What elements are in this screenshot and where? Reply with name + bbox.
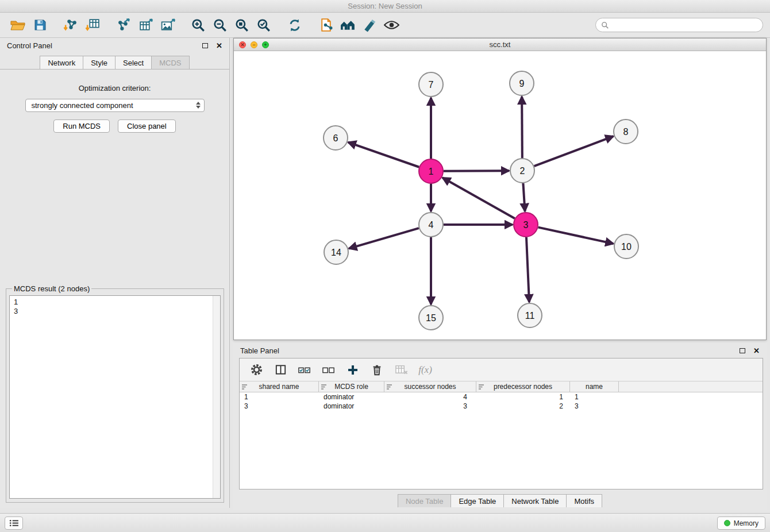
tab-node-table[interactable]: Node Table	[398, 494, 452, 507]
zoom-in-icon[interactable]	[187, 16, 209, 35]
import-network-icon[interactable]	[60, 16, 82, 35]
column-header-mcds-role[interactable]: MCDS role	[319, 381, 384, 392]
column-menu-icon[interactable]	[387, 384, 392, 390]
cell-shared-name[interactable]: 3	[240, 402, 319, 411]
edge-1-to-2[interactable]	[444, 171, 509, 171]
search-input[interactable]	[612, 21, 757, 29]
optimization-criterion-label: Optimization criterion:	[0, 84, 229, 92]
cell-predecessor-nodes[interactable]: 2	[476, 402, 570, 411]
edge-3-to-1[interactable]	[442, 178, 515, 218]
import-table-icon[interactable]	[82, 16, 103, 35]
show-columns-icon[interactable]	[271, 361, 290, 379]
table-panel-title: Table Panel	[240, 346, 279, 355]
node-6[interactable]: 6	[324, 126, 348, 150]
float-panel-icon[interactable]	[202, 43, 208, 48]
node-label: 15	[426, 313, 436, 323]
cell-successor-nodes[interactable]: 3	[384, 402, 476, 411]
node-label: 11	[525, 311, 535, 321]
zoom-out-icon[interactable]	[209, 16, 231, 35]
column-header-successor-nodes[interactable]: successor nodes	[384, 381, 476, 392]
maximize-window-icon[interactable]: +	[262, 41, 269, 48]
table-settings-gear-icon[interactable]	[247, 361, 266, 379]
close-table-panel-icon[interactable]: ✕	[753, 347, 760, 354]
node-2[interactable]: 2	[510, 159, 534, 183]
edge-2-to-3[interactable]	[523, 183, 525, 211]
select-all-columns-icon[interactable]	[295, 361, 314, 379]
column-header-name[interactable]: name	[570, 381, 619, 392]
tab-motifs[interactable]: Motifs	[567, 494, 602, 507]
edge-4-to-14[interactable]	[349, 228, 419, 248]
cell-name[interactable]: 1	[570, 392, 619, 402]
houses-icon[interactable]	[337, 16, 359, 35]
close-panel-icon[interactable]: ✕	[216, 42, 222, 49]
open-session-icon[interactable]	[315, 16, 337, 35]
edge-2-to-9[interactable]	[522, 97, 522, 158]
cell-mcds-role[interactable]: dominator	[319, 392, 384, 402]
cell-shared-name[interactable]: 1	[240, 392, 319, 402]
tab-edge-table[interactable]: Edge Table	[451, 494, 504, 507]
tab-mcds[interactable]: MCDS	[152, 56, 189, 69]
node-label: 4	[429, 220, 434, 230]
edge-1-to-6[interactable]	[348, 142, 419, 167]
open-file-icon[interactable]	[7, 16, 29, 35]
delete-row-trash-icon[interactable]	[367, 361, 387, 379]
export-network-icon[interactable]	[113, 16, 134, 35]
mcds-result-list[interactable]: 1 3	[9, 295, 221, 499]
save-session-icon[interactable]	[29, 16, 51, 35]
node-15[interactable]: 15	[419, 306, 443, 330]
add-row-plus-icon[interactable]	[343, 361, 363, 379]
node-label: 2	[520, 166, 525, 176]
column-header-predecessor-nodes[interactable]: predecessor nodes	[476, 381, 570, 392]
mcds-result-title: MCDS result (2 nodes)	[12, 284, 91, 293]
table-row[interactable]: 1 dominator 4 1 1	[240, 392, 763, 402]
node-4[interactable]: 4	[419, 213, 443, 237]
node-8[interactable]: 8	[614, 119, 638, 144]
column-menu-icon[interactable]	[242, 384, 248, 390]
node-9[interactable]: 9	[510, 71, 534, 95]
search-box[interactable]	[595, 18, 763, 32]
edge-3-to-11[interactable]	[526, 237, 529, 302]
network-canvas[interactable]: 1234678910111415	[234, 51, 766, 340]
cell-predecessor-nodes[interactable]: 1	[476, 392, 570, 402]
tab-network[interactable]: Network	[40, 56, 83, 69]
tab-select[interactable]: Select	[116, 56, 152, 69]
result-scrollbar[interactable]	[213, 296, 220, 498]
export-image-icon[interactable]	[156, 16, 178, 35]
node-11[interactable]: 11	[518, 303, 542, 327]
node-label: 6	[333, 133, 338, 143]
window-title: Session: New Session	[0, 0, 770, 13]
node-1[interactable]: 1	[419, 159, 443, 183]
cell-mcds-role[interactable]: dominator	[319, 402, 384, 411]
node-7[interactable]: 7	[419, 72, 443, 97]
tab-network-table[interactable]: Network Table	[504, 494, 567, 507]
table-row[interactable]: 3 dominator 3 2 3	[240, 402, 763, 411]
optimization-criterion-select[interactable]: strongly connected component	[25, 99, 205, 112]
node-14[interactable]: 14	[324, 240, 348, 264]
column-header-shared-name[interactable]: shared name	[240, 381, 319, 392]
minimize-window-icon[interactable]: −	[251, 41, 257, 48]
control-panel-title: Control Panel	[7, 41, 52, 50]
float-table-panel-icon[interactable]	[740, 348, 745, 353]
refresh-view-icon[interactable]	[284, 16, 306, 35]
zoom-fit-icon[interactable]	[231, 16, 253, 35]
node-3[interactable]: 3	[514, 213, 538, 237]
run-mcds-button[interactable]: Run MCDS	[53, 119, 110, 133]
apply-style-icon[interactable]	[359, 16, 380, 35]
close-window-icon[interactable]: ✕	[239, 41, 246, 48]
show-details-eye-icon[interactable]	[380, 16, 402, 35]
tab-style[interactable]: Style	[83, 56, 116, 69]
show-panel-list-icon[interactable]	[5, 516, 23, 530]
column-menu-icon[interactable]	[321, 384, 327, 390]
column-menu-icon[interactable]	[479, 384, 484, 390]
close-panel-button[interactable]: Close panel	[118, 119, 176, 133]
network-window: ✕ − + scc.txt 1234678910111415	[233, 38, 767, 340]
edge-2-to-8[interactable]	[534, 136, 614, 166]
edge-3-to-10[interactable]	[538, 228, 613, 244]
zoom-selected-icon[interactable]	[253, 16, 275, 35]
export-table-icon[interactable]	[134, 16, 156, 35]
deselect-all-columns-icon[interactable]	[319, 361, 338, 379]
node-10[interactable]: 10	[614, 234, 638, 259]
memory-button[interactable]: Memory	[717, 516, 765, 530]
cell-name[interactable]: 3	[570, 402, 619, 411]
cell-successor-nodes[interactable]: 4	[384, 392, 476, 402]
